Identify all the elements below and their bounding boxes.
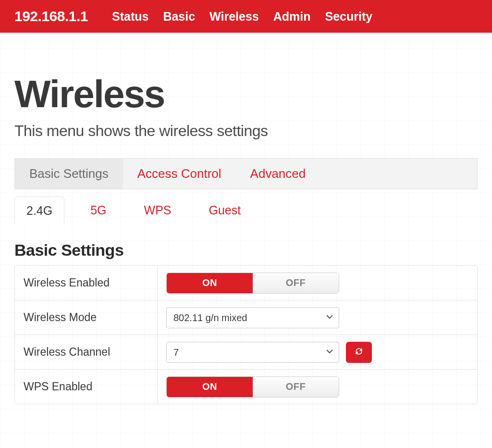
section-title: Basic Settings [14,241,478,260]
refresh-icon [354,347,364,358]
page-title: Wireless [14,75,478,113]
tab-24g[interactable]: 2.4G [14,197,64,225]
select-wireless-mode-wrap: 802.11 g/n mixed [166,307,339,328]
tab-advanced[interactable]: Advanced [236,159,320,189]
nav-item-status[interactable]: Status [112,10,148,24]
tab-wps[interactable]: WPS [133,197,183,224]
toggle-wps-enabled-off[interactable]: OFF [253,377,339,397]
control-wireless-mode: 802.11 g/n mixed [158,300,477,335]
refresh-channel-button[interactable] [346,342,372,363]
tab-basic-settings[interactable]: Basic Settings [15,159,123,189]
nav-item-admin[interactable]: Admin [273,10,311,24]
toggle-wps-enabled: ON OFF [166,376,339,398]
label-wireless-channel: Wireless Channel [15,335,158,369]
tabs-secondary: 2.4G 5G WPS Guest [14,196,478,224]
nav-item-basic[interactable]: Basic [163,10,195,24]
control-wireless-enabled: ON OFF [158,266,477,300]
control-wps-enabled: ON OFF [158,370,477,404]
navbar: 192.168.1.1 Status Basic Wireless Admin … [0,0,492,33]
toggle-wireless-enabled: ON OFF [166,273,339,294]
settings-table: Wireless Enabled ON OFF Wireless Mode 80… [14,265,478,404]
row-wireless-enabled: Wireless Enabled ON OFF [15,266,477,300]
tab-5g[interactable]: 5G [79,197,118,224]
tabs-primary: Basic Settings Access Control Advanced [14,158,478,189]
row-wireless-mode: Wireless Mode 802.11 g/n mixed [15,300,477,335]
navbar-brand: 192.168.1.1 [14,8,88,25]
select-wireless-mode[interactable]: 802.11 g/n mixed [166,307,339,328]
select-wireless-channel[interactable]: 7 [166,342,339,363]
label-wireless-mode: Wireless Mode [15,300,158,335]
select-wireless-channel-wrap: 7 [166,342,339,363]
label-wps-enabled: WPS Enabled [15,370,158,404]
tab-access-control[interactable]: Access Control [123,159,236,189]
nav-item-wireless[interactable]: Wireless [209,10,259,24]
page-content: Wireless This menu shows the wireless se… [0,33,492,423]
row-wireless-channel: Wireless Channel 7 [15,335,477,370]
nav-item-security[interactable]: Security [325,10,373,24]
tab-guest[interactable]: Guest [197,197,253,224]
toggle-wireless-enabled-off[interactable]: OFF [253,273,339,293]
toggle-wps-enabled-on[interactable]: ON [167,377,253,397]
page-subtitle: This menu shows the wireless settings [14,122,478,140]
label-wireless-enabled: Wireless Enabled [15,266,158,300]
row-wps-enabled: WPS Enabled ON OFF [15,370,477,404]
toggle-wireless-enabled-on[interactable]: ON [167,273,253,293]
control-wireless-channel: 7 [158,335,477,369]
